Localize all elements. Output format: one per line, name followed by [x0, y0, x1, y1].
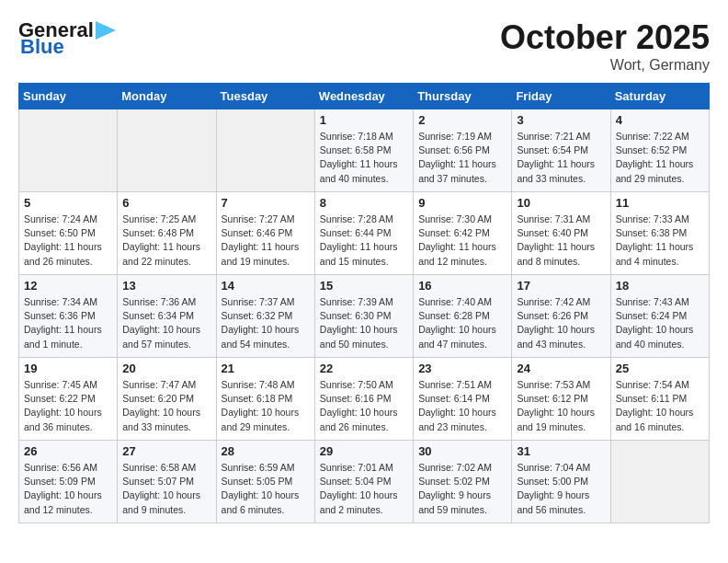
calendar-cell: 17Sunrise: 7:42 AMSunset: 6:26 PMDayligh… — [512, 275, 610, 358]
day-number: 9 — [418, 196, 506, 210]
calendar-cell: 6Sunrise: 7:25 AMSunset: 6:48 PMDaylight… — [118, 192, 216, 275]
calendar-cell — [118, 109, 216, 192]
day-number: 10 — [517, 196, 605, 210]
day-number: 23 — [418, 362, 506, 375]
day-number: 4 — [616, 113, 704, 127]
calendar-cell: 30Sunrise: 7:02 AMSunset: 5:02 PMDayligh… — [414, 441, 512, 523]
day-number: 7 — [222, 196, 310, 210]
calendar-cell: 18Sunrise: 7:43 AMSunset: 6:24 PMDayligh… — [610, 275, 709, 358]
day-info: Sunrise: 7:18 AMSunset: 6:58 PMDaylight:… — [320, 130, 408, 186]
calendar-cell: 24Sunrise: 7:53 AMSunset: 6:12 PMDayligh… — [512, 358, 610, 441]
weekday-header: Monday — [118, 84, 216, 109]
page-header: General Blue October 2025 Wort, Germany — [18, 18, 710, 74]
calendar-cell: 13Sunrise: 7:36 AMSunset: 6:34 PMDayligh… — [118, 275, 216, 358]
calendar-week-row: 12Sunrise: 7:34 AMSunset: 6:36 PMDayligh… — [19, 275, 710, 358]
day-number: 25 — [616, 362, 704, 375]
day-info: Sunrise: 7:19 AMSunset: 6:56 PMDaylight:… — [418, 130, 506, 186]
day-info: Sunrise: 7:39 AMSunset: 6:30 PMDaylight:… — [320, 295, 408, 351]
calendar-cell: 8Sunrise: 7:28 AMSunset: 6:44 PMDaylight… — [314, 192, 413, 275]
day-number: 31 — [517, 444, 605, 458]
weekday-header: Friday — [512, 84, 610, 109]
day-info: Sunrise: 7:31 AMSunset: 6:40 PMDaylight:… — [517, 213, 605, 269]
day-number: 19 — [24, 362, 112, 375]
weekday-header: Tuesday — [216, 84, 314, 109]
calendar-cell: 31Sunrise: 7:04 AMSunset: 5:00 PMDayligh… — [512, 441, 610, 523]
day-number: 5 — [24, 196, 112, 210]
day-info: Sunrise: 7:30 AMSunset: 6:42 PMDaylight:… — [418, 213, 506, 269]
calendar-cell: 21Sunrise: 7:48 AMSunset: 6:18 PMDayligh… — [216, 358, 314, 441]
day-info: Sunrise: 7:27 AMSunset: 6:46 PMDaylight:… — [222, 213, 310, 269]
day-number: 24 — [517, 362, 605, 375]
calendar-cell: 20Sunrise: 7:47 AMSunset: 6:20 PMDayligh… — [118, 358, 216, 441]
day-number: 8 — [320, 196, 408, 210]
weekday-header: Sunday — [19, 84, 118, 109]
day-info: Sunrise: 7:43 AMSunset: 6:24 PMDaylight:… — [616, 295, 704, 351]
day-info: Sunrise: 7:04 AMSunset: 5:00 PMDaylight:… — [517, 461, 605, 517]
calendar-cell: 5Sunrise: 7:24 AMSunset: 6:50 PMDaylight… — [19, 192, 118, 275]
day-number: 14 — [222, 279, 310, 293]
day-number: 13 — [122, 279, 210, 293]
calendar-week-row: 26Sunrise: 6:56 AMSunset: 5:09 PMDayligh… — [19, 441, 710, 523]
calendar-cell: 15Sunrise: 7:39 AMSunset: 6:30 PMDayligh… — [314, 275, 413, 358]
day-info: Sunrise: 7:42 AMSunset: 6:26 PMDaylight:… — [517, 295, 605, 351]
day-number: 28 — [222, 444, 310, 458]
logo-blue: Blue — [20, 35, 64, 59]
calendar-week-row: 5Sunrise: 7:24 AMSunset: 6:50 PMDaylight… — [19, 192, 710, 275]
day-info: Sunrise: 7:51 AMSunset: 6:14 PMDaylight:… — [418, 378, 506, 434]
weekday-header: Wednesday — [314, 84, 413, 109]
calendar-cell: 10Sunrise: 7:31 AMSunset: 6:40 PMDayligh… — [512, 192, 610, 275]
calendar-table: SundayMondayTuesdayWednesdayThursdayFrid… — [18, 83, 710, 523]
day-number: 20 — [122, 362, 210, 375]
day-info: Sunrise: 7:02 AMSunset: 5:02 PMDaylight:… — [418, 461, 506, 517]
calendar-cell: 29Sunrise: 7:01 AMSunset: 5:04 PMDayligh… — [314, 441, 413, 523]
day-number: 22 — [320, 362, 408, 375]
title-block: October 2025 Wort, Germany — [500, 18, 710, 74]
logo-arrow-icon — [96, 21, 116, 40]
calendar-cell: 27Sunrise: 6:58 AMSunset: 5:07 PMDayligh… — [118, 441, 216, 523]
day-number: 27 — [122, 444, 210, 458]
day-number: 29 — [320, 444, 408, 458]
location: Wort, Germany — [500, 57, 710, 74]
weekday-header: Saturday — [610, 84, 709, 109]
day-number: 2 — [418, 113, 506, 127]
calendar-cell: 28Sunrise: 6:59 AMSunset: 5:05 PMDayligh… — [216, 441, 314, 523]
day-info: Sunrise: 7:36 AMSunset: 6:34 PMDaylight:… — [122, 295, 210, 351]
day-number: 16 — [418, 279, 506, 293]
day-info: Sunrise: 7:37 AMSunset: 6:32 PMDaylight:… — [222, 295, 310, 351]
day-info: Sunrise: 7:48 AMSunset: 6:18 PMDaylight:… — [222, 378, 310, 434]
calendar-cell: 1Sunrise: 7:18 AMSunset: 6:58 PMDaylight… — [314, 109, 413, 192]
day-number: 12 — [24, 279, 112, 293]
calendar-cell: 19Sunrise: 7:45 AMSunset: 6:22 PMDayligh… — [19, 358, 118, 441]
day-number: 21 — [222, 362, 310, 375]
day-info: Sunrise: 6:56 AMSunset: 5:09 PMDaylight:… — [24, 461, 112, 517]
day-number: 1 — [320, 113, 408, 127]
day-number: 3 — [517, 113, 605, 127]
day-number: 17 — [517, 279, 605, 293]
day-info: Sunrise: 7:24 AMSunset: 6:50 PMDaylight:… — [24, 213, 112, 269]
day-info: Sunrise: 7:54 AMSunset: 6:11 PMDaylight:… — [616, 378, 704, 434]
calendar-cell: 23Sunrise: 7:51 AMSunset: 6:14 PMDayligh… — [414, 358, 512, 441]
calendar-cell: 9Sunrise: 7:30 AMSunset: 6:42 PMDaylight… — [414, 192, 512, 275]
calendar-cell: 25Sunrise: 7:54 AMSunset: 6:11 PMDayligh… — [610, 358, 709, 441]
day-number: 30 — [418, 444, 506, 458]
svg-marker-0 — [96, 21, 116, 40]
calendar-cell: 22Sunrise: 7:50 AMSunset: 6:16 PMDayligh… — [314, 358, 413, 441]
logo: General Blue — [18, 18, 116, 59]
day-info: Sunrise: 7:22 AMSunset: 6:52 PMDaylight:… — [616, 130, 704, 186]
day-info: Sunrise: 7:28 AMSunset: 6:44 PMDaylight:… — [320, 213, 408, 269]
month-title: October 2025 — [500, 18, 710, 57]
day-info: Sunrise: 7:53 AMSunset: 6:12 PMDaylight:… — [517, 378, 605, 434]
calendar-week-row: 1Sunrise: 7:18 AMSunset: 6:58 PMDaylight… — [19, 109, 710, 192]
day-info: Sunrise: 7:34 AMSunset: 6:36 PMDaylight:… — [24, 295, 112, 351]
calendar-cell: 26Sunrise: 6:56 AMSunset: 5:09 PMDayligh… — [19, 441, 118, 523]
calendar-cell: 11Sunrise: 7:33 AMSunset: 6:38 PMDayligh… — [610, 192, 709, 275]
day-info: Sunrise: 7:33 AMSunset: 6:38 PMDaylight:… — [616, 213, 704, 269]
calendar-cell — [216, 109, 314, 192]
calendar-cell: 3Sunrise: 7:21 AMSunset: 6:54 PMDaylight… — [512, 109, 610, 192]
calendar-cell: 7Sunrise: 7:27 AMSunset: 6:46 PMDaylight… — [216, 192, 314, 275]
day-info: Sunrise: 7:40 AMSunset: 6:28 PMDaylight:… — [418, 295, 506, 351]
calendar-header: SundayMondayTuesdayWednesdayThursdayFrid… — [19, 84, 710, 109]
day-info: Sunrise: 7:50 AMSunset: 6:16 PMDaylight:… — [320, 378, 408, 434]
day-number: 6 — [122, 196, 210, 210]
calendar-cell — [610, 441, 709, 523]
